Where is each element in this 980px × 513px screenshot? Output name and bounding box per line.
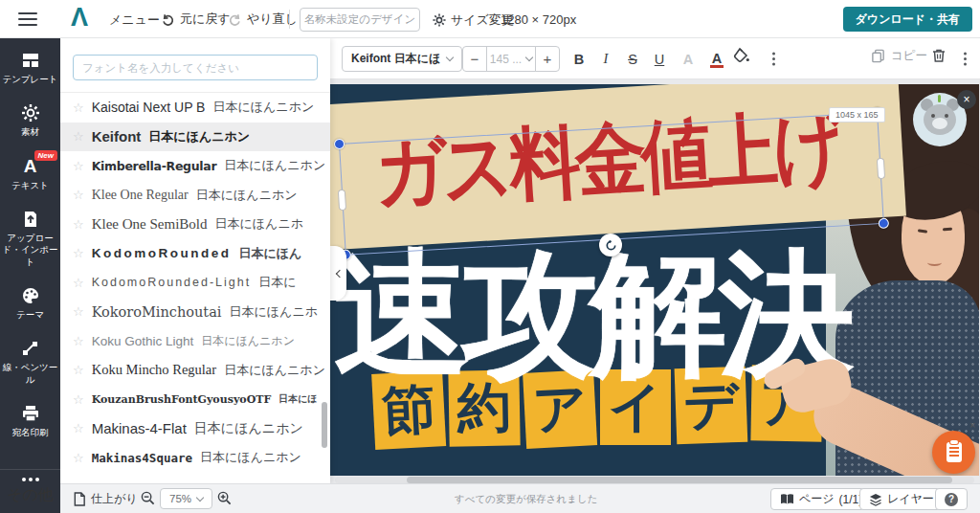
zoom-out-icon bbox=[141, 491, 155, 505]
strikethrough-button[interactable]: S bbox=[622, 46, 643, 72]
download-share-button[interactable]: ダウンロード・共有 bbox=[843, 7, 972, 32]
sidebar-item-line-pen-tool[interactable]: 線・ペンツール bbox=[0, 339, 60, 386]
font-list-item-selected[interactable]: ☆Keifont日本にほんニホン bbox=[60, 123, 330, 152]
font-list-item[interactable]: ☆KouzanBrushFontGyousyoOTF日本にほ bbox=[60, 385, 330, 414]
favorite-star-icon[interactable]: ☆ bbox=[73, 334, 84, 348]
sidebar-item-materials[interactable]: 素材 bbox=[0, 103, 60, 138]
sidebar-item-upload-import[interactable]: アップロード・インポート bbox=[0, 210, 60, 268]
bear-eye bbox=[931, 114, 935, 118]
checklist-widget-button[interactable] bbox=[932, 431, 975, 474]
new-badge: New bbox=[34, 150, 57, 161]
font-color-button[interactable]: A bbox=[706, 46, 727, 72]
favorite-star-icon[interactable]: ☆ bbox=[73, 246, 84, 260]
font-list-item[interactable]: ☆KodomoRounded日本にほん bbox=[60, 239, 330, 269]
finish-preview-button[interactable]: 仕上がり bbox=[73, 491, 138, 507]
delete-button[interactable] bbox=[931, 48, 947, 63]
font-list-item[interactable]: ☆Kaisotai Next UP B日本にほんニホン bbox=[60, 93, 330, 123]
font-list-item[interactable]: ☆KokoroMinchoutai日本にほんニホ bbox=[60, 298, 330, 327]
selection-size-label: 1045 x 165 bbox=[829, 107, 885, 123]
favorite-star-icon[interactable]: ☆ bbox=[73, 100, 84, 115]
layers-button[interactable]: レイヤー bbox=[859, 488, 944, 510]
ellipsis-icon bbox=[29, 478, 33, 481]
favorite-star-icon[interactable]: ☆ bbox=[73, 159, 84, 173]
font-list-scrollbar[interactable] bbox=[322, 402, 327, 448]
sidebar-item-theme[interactable]: テーマ bbox=[0, 286, 60, 321]
resize-handle-top-left[interactable] bbox=[334, 139, 345, 150]
font-list-item[interactable]: ☆Makinas-4-Flat日本にほんニホン bbox=[60, 414, 330, 444]
italic-button[interactable]: I bbox=[595, 46, 616, 72]
text-outline-button[interactable]: A bbox=[678, 46, 699, 72]
scrollbar-thumb[interactable] bbox=[407, 477, 952, 483]
font-list-item[interactable]: ☆Klee One SemiBold日本にほんニホ bbox=[60, 210, 330, 239]
resize-handle-right[interactable] bbox=[877, 157, 885, 178]
page-icon bbox=[73, 492, 86, 506]
more-text-options-button[interactable] bbox=[766, 51, 781, 66]
font-list: ☆Kaisotai Next UP B日本にほんニホン ☆Keifont日本にほ… bbox=[60, 92, 330, 483]
question-icon: ? bbox=[945, 493, 958, 506]
mascot-sprout bbox=[938, 95, 941, 102]
more-element-options-button[interactable] bbox=[957, 51, 972, 66]
favorite-star-icon[interactable]: ☆ bbox=[73, 276, 84, 290]
book-icon bbox=[780, 493, 794, 505]
horizontal-scrollbar[interactable] bbox=[335, 477, 974, 483]
underline-button[interactable]: U bbox=[649, 46, 670, 72]
sidebar-item-text[interactable]: New A テキスト bbox=[0, 157, 60, 191]
font-list-item[interactable]: ☆Koku Gothic Light日本にほんニホン bbox=[60, 326, 330, 356]
bold-button[interactable]: B bbox=[568, 46, 590, 72]
redo-button[interactable]: やり直し bbox=[228, 11, 298, 28]
bear-eye bbox=[945, 114, 948, 118]
pages-button[interactable]: ページ(1/1) bbox=[770, 488, 872, 510]
fill-color-button[interactable] bbox=[733, 47, 750, 64]
font-list-item[interactable]: ☆Kimberella-Regular日本にほんニホン bbox=[60, 151, 330, 181]
zoom-in-icon bbox=[217, 491, 232, 505]
divider bbox=[289, 10, 290, 29]
favorite-star-icon[interactable]: ☆ bbox=[73, 129, 84, 144]
rotate-handle[interactable] bbox=[599, 234, 622, 256]
favorite-star-icon[interactable]: ☆ bbox=[73, 363, 84, 377]
undo-icon bbox=[161, 12, 175, 27]
headline-text[interactable]: 速攻解決 bbox=[334, 237, 977, 390]
font-list-item[interactable]: ☆Klee One Regular日本にほんニホン bbox=[60, 181, 330, 211]
save-status-text: すべての変更が保存されました bbox=[455, 493, 597, 506]
copy-icon bbox=[871, 49, 885, 63]
app-logo[interactable]: Λ bbox=[71, 3, 87, 33]
redo-icon bbox=[228, 12, 242, 27]
favorite-star-icon[interactable]: ☆ bbox=[73, 392, 84, 407]
favorite-star-icon[interactable]: ☆ bbox=[73, 451, 84, 465]
font-size-decrease-button[interactable]: − bbox=[462, 46, 487, 72]
font-search-input[interactable] bbox=[73, 55, 318, 80]
close-icon[interactable]: × bbox=[957, 90, 976, 109]
font-size-increase-button[interactable]: + bbox=[535, 46, 560, 72]
chevron-down-icon bbox=[525, 54, 533, 61]
menu-button[interactable]: メニュー bbox=[109, 11, 160, 29]
panel-collapse-button[interactable] bbox=[330, 246, 346, 301]
favorite-star-icon[interactable]: ☆ bbox=[73, 217, 84, 232]
font-list-item[interactable]: ☆Koku Mincho Regular日本にほんニホン bbox=[60, 356, 330, 386]
font-list-item[interactable]: ☆KodomoRounded-Light日本に bbox=[60, 268, 330, 298]
favorite-star-icon[interactable]: ☆ bbox=[73, 188, 84, 202]
font-size-value[interactable]: 145 ... bbox=[486, 46, 536, 72]
zoom-in-button[interactable] bbox=[217, 491, 232, 505]
sidebar-item-templates[interactable]: テンプレート bbox=[0, 51, 60, 85]
resize-handle-left[interactable] bbox=[338, 189, 346, 210]
sidebar-item-more[interactable]: その他 bbox=[0, 469, 60, 513]
trash-icon bbox=[931, 48, 947, 63]
palette-icon bbox=[21, 286, 40, 305]
design-name-input[interactable]: 名称未設定のデザイン bbox=[300, 8, 420, 32]
undo-button[interactable]: 元に戻す bbox=[161, 11, 231, 28]
chevron-left-icon bbox=[336, 269, 344, 277]
help-button[interactable]: ? bbox=[935, 488, 968, 510]
sidebar-item-address-print[interactable]: 宛名印刷 bbox=[0, 404, 60, 438]
zoom-level-dropdown[interactable]: 75% bbox=[160, 488, 212, 509]
dismiss-widget-icon[interactable]: × bbox=[969, 419, 975, 431]
favorite-star-icon[interactable]: ☆ bbox=[73, 421, 84, 435]
font-family-dropdown[interactable]: Keifont 日本にほ bbox=[342, 46, 462, 72]
copy-button[interactable]: コピー bbox=[871, 48, 927, 64]
document-size-value: 1280 × 720px bbox=[501, 12, 576, 27]
text-toolbar: Keifont 日本にほ − 145 ... + B I S U A A コピー bbox=[330, 38, 980, 79]
font-list-item[interactable]: ☆Makinas4Square日本にほんニホン bbox=[60, 443, 330, 473]
zoom-out-button[interactable] bbox=[141, 491, 155, 505]
design-canvas[interactable]: ガス料金値上げ 速攻解決 節 約 ア イ デ ア 1045 x 165 × × bbox=[330, 84, 979, 476]
favorite-star-icon[interactable]: ☆ bbox=[73, 304, 84, 319]
hamburger-menu-icon[interactable] bbox=[18, 12, 37, 26]
